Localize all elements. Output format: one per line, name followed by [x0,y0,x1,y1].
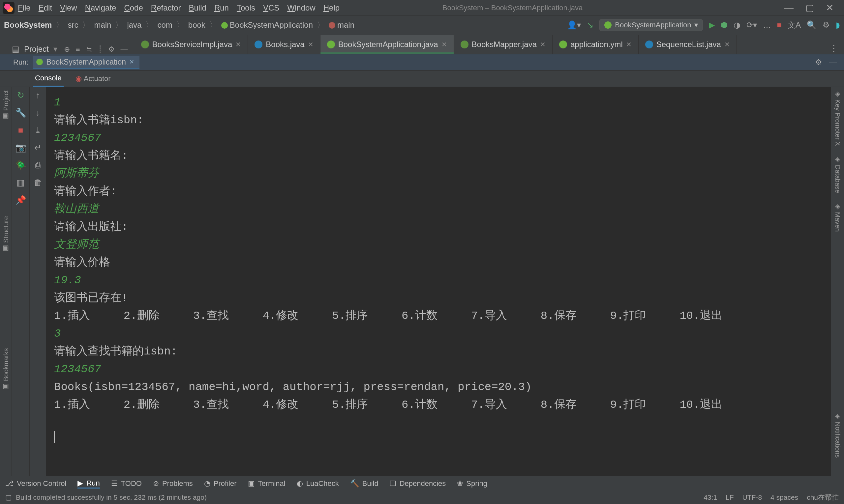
console-caret[interactable] [54,428,823,446]
gear-icon[interactable]: ⚙ [815,58,822,67]
screenshot-icon[interactable]: 📷 [16,143,26,153]
menu-tools[interactable]: Tools [237,3,255,13]
menu-vcs[interactable]: VCS [263,3,279,13]
crumb-java[interactable]: java [127,20,141,30]
settings-gear-icon[interactable]: ⚙ [823,20,830,30]
editor-tab-sequencelist-java[interactable]: SequenceList.java✕ [639,35,737,54]
right-tool-key-promoter-x[interactable]: ◈ Key Promoter X [834,90,842,146]
clear-icon[interactable]: 🗑 [34,178,42,188]
status-cell-4[interactable]: chu在帮忙 [807,493,839,502]
status-cell-0[interactable]: 43:1 [704,493,717,501]
print-icon[interactable]: ⎙ [35,160,40,170]
menu-run[interactable]: Run [214,3,229,13]
pin-icon[interactable]: 📌 [16,195,26,205]
collapse-all-icon[interactable]: ≒ [86,45,92,54]
debug-icon[interactable]: ⬢ [721,20,728,30]
code-with-me-icon[interactable]: ◗ [836,20,840,30]
editor-tab-booksystemapplication-java[interactable]: BookSystemApplication.java✕ [321,35,454,54]
build-hammer-icon[interactable]: ↘ [587,20,593,30]
status-cell-2[interactable]: UTF-8 [742,493,762,501]
menu-build[interactable]: Build [189,3,206,13]
gear-icon[interactable]: ⚙ [108,45,115,54]
close-icon[interactable]: ✕ [540,40,546,49]
run-icon[interactable]: ▶ [709,20,715,30]
export-icon[interactable]: ⤓ [34,125,41,136]
bottom-tool-todo[interactable]: ☰TODO [111,479,142,488]
subtab-actuator[interactable]: ◉Actuator [73,71,113,86]
bottom-tool-luacheck[interactable]: ◐LuaCheck [297,479,339,488]
editor-tab-booksmapper-java[interactable]: BooksMapper.java✕ [454,35,553,54]
search-everywhere-icon[interactable]: 🔍 [807,20,816,30]
close-icon[interactable]: ✕ [626,40,632,49]
crumb-main[interactable]: main [94,20,111,30]
run-configuration-dropdown[interactable]: BookSystemApplication ▾ [599,19,703,31]
right-tool-notifications[interactable]: ◈ Notifications [834,412,842,458]
layout-icon[interactable]: ▥ [16,178,25,188]
crumb-com[interactable]: com [157,20,172,30]
stop-icon[interactable]: ■ [777,20,782,30]
menu-code[interactable]: Code [124,3,143,13]
soft-wrap-icon[interactable]: ↵ [34,143,41,153]
menu-view[interactable]: View [60,3,77,13]
rerun-icon[interactable]: ↻ [17,90,24,101]
menu-navigate[interactable]: Navigate [85,3,116,13]
menu-file[interactable]: File [18,3,31,13]
editor-tab-books-java[interactable]: Books.java✕ [248,35,320,54]
select-opened-icon[interactable]: ⊕ [64,45,70,54]
editor-tab-booksserviceimpl-java[interactable]: BooksServiceImpl.java✕ [135,35,248,54]
bug-icon[interactable]: 🪲 [16,160,26,170]
menu-help[interactable]: Help [323,3,340,13]
bottom-tool-run[interactable]: ▶Run [77,479,100,488]
bottom-tool-profiler[interactable]: ◔Profiler [204,479,237,488]
status-cell-1[interactable]: LF [726,493,734,501]
down-icon[interactable]: ↓ [36,108,40,118]
wrench-icon[interactable]: 🔧 [16,108,26,118]
subtab-console[interactable]: Console [33,71,64,87]
crumb-book[interactable]: book [188,20,205,30]
crumb-booksystemapplication[interactable]: BookSystemApplication [221,20,313,30]
menu-refactor[interactable]: Refactor [151,3,181,13]
status-hide-icon[interactable]: ▢ [5,493,12,501]
stop-icon[interactable]: ■ [18,125,23,136]
attach-icon[interactable]: … [763,20,771,30]
bottom-tool-version-control[interactable]: ⎇Version Control [5,479,66,488]
close-icon[interactable]: ✕ [308,40,313,49]
more-tabs-icon[interactable]: ⋮ [829,43,844,54]
bottom-tool-dependencies[interactable]: ❏Dependencies [390,479,446,488]
menu-window[interactable]: Window [287,3,315,13]
bookmarks-tool[interactable]: ▣ Bookmarks [2,348,10,391]
crumb-src[interactable]: src [68,20,78,30]
breadcrumb[interactable]: BookSystem〉src〉main〉java〉com〉book〉BookSy… [4,20,355,30]
minimize-icon[interactable]: — [784,2,794,13]
bottom-tool-spring[interactable]: ❀Spring [457,479,487,488]
console-output[interactable]: 1请输入书籍isbn:1234567请输入书籍名:阿斯蒂芬请输入作者:鞍山西道请… [46,87,831,481]
close-icon[interactable]: ✕ [129,58,134,66]
close-icon[interactable]: ✕ [442,40,447,49]
status-cell-3[interactable]: 4 spaces [771,493,798,501]
run-session-tab[interactable]: BookSystemApplication ✕ [33,56,139,69]
crumb-main[interactable]: main [329,20,355,30]
coverage-icon[interactable]: ◑ [734,20,740,30]
bottom-tool-terminal[interactable]: ▣Terminal [248,479,286,488]
close-icon[interactable]: ✕ [724,40,730,49]
close-icon[interactable]: ✕ [236,40,241,49]
right-tool-maven[interactable]: ◈ Maven [834,202,842,232]
profile-icon[interactable]: ⟳▾ [746,20,757,30]
expand-all-icon[interactable]: ≡ [76,45,80,54]
bottom-tool-problems[interactable]: ⊘Problems [153,479,193,488]
right-tool-database[interactable]: ◈ Database [834,155,842,193]
menu-edit[interactable]: Edit [38,3,52,13]
up-icon[interactable]: ↑ [36,90,40,101]
hide-icon[interactable]: — [121,45,128,54]
project-tool-header[interactable]: ▤ Project ▾ [12,44,57,54]
bottom-tool-build[interactable]: 🔨Build [350,479,378,488]
structure-tool[interactable]: ▣ Structure [2,216,10,253]
maximize-icon[interactable]: ▢ [806,2,814,13]
project-tool[interactable]: ▣ Project [2,90,10,121]
user-icon[interactable]: 👤▾ [567,20,581,30]
crumb-booksystem[interactable]: BookSystem [4,20,52,30]
close-icon[interactable]: ✕ [826,2,833,13]
translate-icon[interactable]: 文A [788,20,801,30]
editor-tab-application-yml[interactable]: application.yml✕ [553,35,639,54]
hide-icon[interactable]: — [829,58,837,67]
